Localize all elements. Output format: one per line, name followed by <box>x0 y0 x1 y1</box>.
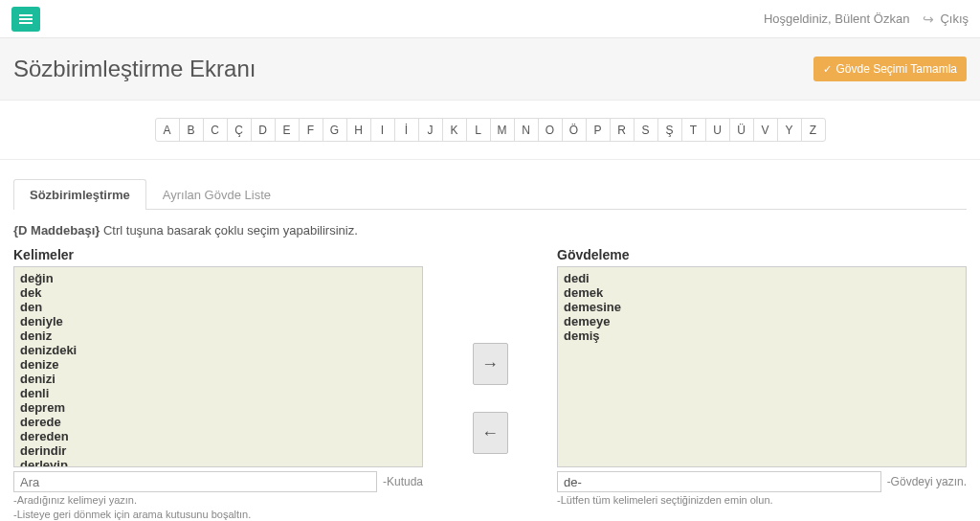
left-hint-2: -Listeye geri dönmek için arama kutusunu… <box>13 509 423 521</box>
alpha-letter-c[interactable]: C <box>203 118 228 142</box>
menu-toggle[interactable] <box>11 7 40 32</box>
alpha-letter-i̇[interactable]: İ <box>394 118 419 142</box>
tab-ayrilan-govde[interactable]: Ayrılan Gövde Liste <box>146 179 287 210</box>
alpha-letter-a[interactable]: A <box>155 118 180 142</box>
check-icon: ✓ <box>823 63 832 76</box>
logout-label: Çıkış <box>940 11 969 26</box>
alpha-letter-l[interactable]: L <box>466 118 491 142</box>
alpha-letter-n[interactable]: N <box>514 118 539 142</box>
list-item[interactable]: derindir <box>20 443 416 458</box>
list-item[interactable]: dek <box>20 285 416 300</box>
alpha-letter-t[interactable]: T <box>681 118 706 142</box>
alpha-letter-j[interactable]: J <box>418 118 443 142</box>
alpha-letter-h[interactable]: H <box>346 118 371 142</box>
stem-input[interactable] <box>557 471 881 492</box>
move-right-button[interactable]: → <box>473 343 508 385</box>
left-title: Kelimeler <box>13 247 423 262</box>
alpha-letter-ü[interactable]: Ü <box>729 118 754 142</box>
alpha-letter-m[interactable]: M <box>490 118 515 142</box>
arrow-left-icon: ← <box>481 423 499 443</box>
list-item[interactable]: denli <box>20 386 416 400</box>
right-hint-1: -Lütfen tüm kelimeleri seçtiğinizden emi… <box>557 494 967 507</box>
alpha-letter-ç[interactable]: Ç <box>227 118 252 142</box>
list-item[interactable]: den <box>20 300 416 314</box>
list-item[interactable]: dedi <box>564 271 960 285</box>
list-item[interactable]: demek <box>564 285 960 300</box>
words-listbox[interactable]: değindekdendeniyledenizdenizdekidenizede… <box>13 266 423 467</box>
left-hint-1: -Aradığınız kelimeyi yazın. <box>13 494 423 507</box>
list-item[interactable]: demeye <box>564 314 960 328</box>
logout-link[interactable]: ↪ Çıkış <box>923 11 969 27</box>
alpha-letter-o[interactable]: O <box>538 118 563 142</box>
alpha-letter-g[interactable]: G <box>323 118 347 142</box>
list-item[interactable]: dereden <box>20 429 416 443</box>
list-item[interactable]: demesine <box>564 300 960 314</box>
list-item[interactable]: deniz <box>20 328 416 343</box>
tabs: Sözbirimleştirme Ayrılan Gövde Liste <box>13 179 967 210</box>
tab-sozbirimlestirme[interactable]: Sözbirimleştirme <box>13 179 146 210</box>
alpha-letter-e[interactable]: E <box>275 118 300 142</box>
list-item[interactable]: deprem <box>20 400 416 415</box>
alpha-letter-f[interactable]: F <box>299 118 323 142</box>
complete-selection-label: Gövde Seçimi Tamamla <box>836 62 958 76</box>
welcome-text: Hoşgeldiniz, Bülent Özkan <box>764 11 909 26</box>
alpha-letter-ş[interactable]: Ş <box>657 118 682 142</box>
heading-letter: {D Maddebaşı} <box>13 223 100 238</box>
list-item[interactable]: denize <box>20 357 416 372</box>
move-left-button[interactable]: ← <box>473 412 508 454</box>
list-item[interactable]: demiş <box>564 328 960 343</box>
arrow-right-icon: → <box>481 354 499 374</box>
alpha-letter-ö[interactable]: Ö <box>562 118 587 142</box>
alpha-letter-u[interactable]: U <box>705 118 730 142</box>
page-title: Sözbirimleştirme Ekranı <box>13 56 256 82</box>
list-item[interactable]: denizdeki <box>20 343 416 357</box>
list-item[interactable]: deniyle <box>20 314 416 328</box>
alpha-letter-v[interactable]: V <box>753 118 778 142</box>
ctrl-note: Ctrl tuşuna basarak çoklu seçim yapabili… <box>103 223 358 238</box>
subheader: {D Maddebaşı} Ctrl tuşuna basarak çoklu … <box>13 223 967 238</box>
complete-selection-button[interactable]: ✓ Gövde Seçimi Tamamla <box>813 57 968 81</box>
alpha-letter-b[interactable]: B <box>179 118 204 142</box>
search-suffix: -Kutuda <box>383 475 423 488</box>
alpha-letter-r[interactable]: R <box>610 118 635 142</box>
alpha-letter-p[interactable]: P <box>586 118 611 142</box>
alpha-letter-z[interactable]: Z <box>801 118 826 142</box>
list-item[interactable]: denizi <box>20 372 416 386</box>
right-title: Gövdeleme <box>557 247 967 262</box>
alpha-letter-k[interactable]: K <box>442 118 467 142</box>
list-item[interactable]: derede <box>20 415 416 429</box>
alpha-letter-i[interactable]: I <box>370 118 395 142</box>
alpha-letter-d[interactable]: D <box>251 118 276 142</box>
logout-icon: ↪ <box>923 11 934 27</box>
stems-listbox[interactable]: dedidemekdemesinedemeyedemiş <box>557 266 967 467</box>
list-item[interactable]: derleyip <box>20 458 416 467</box>
search-input[interactable] <box>13 471 377 492</box>
list-item[interactable]: değin <box>20 271 416 285</box>
alpha-letter-s[interactable]: S <box>634 118 658 142</box>
alphabet-nav: ABCÇDEFGHIİJKLMNOÖPRSŞTUÜVYZ <box>155 118 826 142</box>
stem-suffix: -Gövdeyi yazın. <box>887 475 967 488</box>
alpha-letter-y[interactable]: Y <box>777 118 802 142</box>
